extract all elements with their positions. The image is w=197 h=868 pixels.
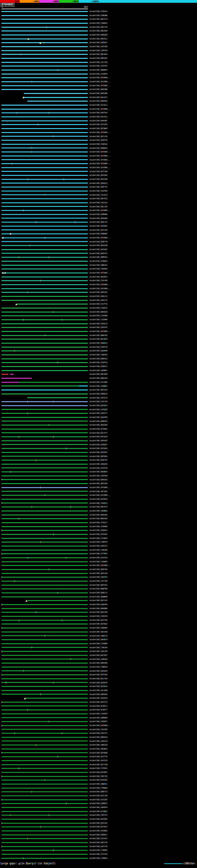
hit-bar-segment[interactable] — [2, 15, 88, 16]
hit-row[interactable]: UniRef100_Q9LI36 — [0, 205, 197, 209]
hit-label[interactable]: UniRef100_B9GVN7 — [90, 56, 107, 60]
hit-row[interactable]: UniRef100_UP1000... — [0, 563, 197, 567]
hit-row[interactable]: UniRef100_C1H9E0 — [0, 642, 197, 646]
hit-label[interactable]: UniRef100_B2WYT9 — [90, 458, 107, 462]
hit-label[interactable]: UniRef100_C5KBY3 — [90, 501, 107, 505]
hit-bar-segment[interactable] — [2, 265, 88, 266]
hit-bar-segment[interactable] — [2, 315, 88, 316]
hit-label[interactable]: UniRef100_C4Q2R6 — [90, 548, 107, 552]
hit-label[interactable]: UniRef100_Q1DH99 — [90, 349, 107, 353]
hit-row[interactable]: UniRef100_UP1000... — [0, 271, 197, 275]
hit-bar-segment[interactable] — [2, 831, 88, 831]
hit-bar-segment[interactable] — [2, 791, 88, 792]
hit-row[interactable]: UniRef100_Q6K3B4 — [0, 91, 197, 95]
hit-row[interactable]: UniRef100_C7Q0D5 — [0, 848, 197, 852]
hit-row[interactable]: UniRef100_C5YJ29 — [0, 60, 197, 64]
hit-bar-segment[interactable] — [2, 38, 88, 39]
hit-row[interactable]: UniRef100_B9HFR6 — [0, 99, 197, 103]
hit-row[interactable]: UniRef100_Q7QK72 — [0, 365, 197, 369]
hit-bar-segment[interactable] — [27, 600, 88, 601]
hit-label[interactable]: UniRef100_B1T911 — [90, 825, 107, 829]
hit-row[interactable]: UniRef100_B8NIR3 — [0, 420, 197, 423]
hit-row[interactable]: UniRef100_C5DW65 — [0, 560, 197, 564]
hit-label[interactable]: UniRef100_B1N3P0 — [90, 602, 107, 607]
hit-row[interactable]: UniRef100_A4S8Y0 — [0, 72, 197, 76]
hit-label[interactable]: UniRef100_B37M51 — [90, 770, 107, 774]
hit-bar-segment[interactable] — [2, 366, 88, 367]
hit-row[interactable]: UniRef100_Q8LPJ4 — [0, 17, 197, 21]
hit-row[interactable]: UniRef100_Q0D1G4 — [0, 376, 197, 380]
hit-bar-segment[interactable] — [2, 768, 88, 769]
hit-bar-segment[interactable] — [2, 596, 88, 597]
hit-bar-segment[interactable] — [2, 42, 88, 43]
hit-label[interactable]: UniRef100_C5FJJ9 — [90, 400, 107, 404]
hit-label[interactable]: UniRef100_C8S1T5 — [90, 813, 107, 817]
hit-bar-segment[interactable] — [2, 819, 88, 820]
hit-row[interactable]: UniRef100_A3FQC8 — [0, 408, 197, 412]
hit-label[interactable]: UniRef100_C0S5J3 — [90, 322, 107, 326]
hit-row[interactable]: UniRef100_A8NC61 — [0, 263, 197, 267]
hit-bar-segment[interactable] — [2, 109, 88, 110]
hit-label[interactable]: UniRef100_A5L5H9 — [90, 688, 107, 692]
hit-row[interactable]: UniRef100_A8PJD1 — [0, 290, 197, 294]
hit-row[interactable]: UniRef100_A9WH12 — [0, 782, 197, 786]
hit-row[interactable]: UniRef100_A7I1V9 — [0, 852, 197, 856]
hit-bar-segment[interactable] — [2, 214, 88, 215]
hit-label[interactable]: UniRef100_B7XQE2 — [90, 809, 107, 813]
hit-row[interactable]: UniRef100_UP1000... — [0, 236, 197, 240]
hit-label[interactable]: UniRef100_Q4N194 — [90, 567, 107, 571]
hit-bar-segment[interactable] — [2, 370, 88, 371]
hit-row[interactable]: UniRef100_C5U7N3 — [0, 727, 197, 732]
hit-label[interactable]: UniRef100_B8LW40 — [90, 372, 107, 376]
hit-bar-segment[interactable] — [2, 171, 88, 172]
hit-label[interactable]: UniRef100_Q9LI36 — [90, 205, 107, 209]
hit-label[interactable]: UniRef100_Q03195 — [90, 482, 107, 486]
hit-row[interactable]: UniRef100_B3L4T7 — [0, 431, 197, 435]
hit-bar-segment[interactable] — [2, 827, 88, 827]
hit-bar-segment[interactable] — [2, 858, 88, 859]
hit-bar-segment[interactable] — [2, 405, 88, 406]
hit-bar-segment[interactable] — [2, 522, 88, 523]
hit-label[interactable]: UniRef100_Q58DJ4 — [90, 392, 107, 396]
hit-row[interactable]: UniRef100_B7XQE2 — [0, 809, 197, 813]
hit-row[interactable]: UniRef100_Q08Y73 — [0, 790, 197, 794]
hit-bar-segment[interactable] — [2, 682, 88, 683]
hit-row[interactable]: UniRef100_B6KST2 — [0, 252, 197, 255]
hit-bar-segment[interactable] — [2, 674, 88, 675]
hit-row[interactable]: UniRef100_B2WYT9 — [0, 458, 197, 462]
hit-row[interactable]: UniRef100_Q69102 — [0, 513, 197, 517]
hit-row[interactable]: UniRef100_Q2FQU0 — [0, 751, 197, 755]
hit-row[interactable]: UniRef100_UP1000... — [0, 486, 197, 490]
hit-row[interactable]: UniRef100_C4JQU2 — [0, 536, 197, 540]
hit-row[interactable]: UniRef100_A6BS36 — [0, 743, 197, 747]
hit-row[interactable]: UniRef100_Q0WWP3 — [0, 68, 197, 72]
hit-bar-segment[interactable] — [2, 795, 88, 796]
hit-row[interactable]: UniRef100_Q6K3B0 — [0, 88, 197, 91]
hit-row[interactable]: UniRef100_Q5R6J2 — [0, 181, 197, 185]
hit-label[interactable]: UniRef100_Q5JD16 — [90, 684, 107, 688]
hit-row[interactable]: UniRef100_B4LEV7 — [0, 95, 197, 99]
hit-row[interactable]: UniRef100_Q3TJU8 — [0, 170, 197, 174]
hit-bar-segment[interactable] — [2, 475, 88, 476]
hit-bar-segment[interactable] — [2, 748, 88, 749]
hit-label[interactable]: UniRef100_Q8F962 — [90, 455, 107, 459]
hit-row[interactable]: UniRef100_Q2R9H1 — [0, 224, 197, 228]
hit-bar-segment[interactable] — [2, 319, 88, 320]
hit-row[interactable]: UniRef100_A8PX92 — [0, 439, 197, 443]
hit-bar-segment[interactable] — [2, 58, 88, 59]
hit-label[interactable]: UniRef100_Q4F4B7 — [90, 248, 107, 252]
hit-row[interactable]: UniRef100_A7QXL9 — [0, 9, 197, 13]
hit-row[interactable]: UniRef100_Q2UZM3 — [0, 415, 197, 420]
hit-row[interactable]: UniRef100_B4NWZ4 — [0, 146, 197, 150]
hit-label[interactable]: UniRef100_C4PYE8 — [90, 279, 107, 283]
hit-row[interactable]: UniRef100_A6RNE9 — [0, 509, 197, 513]
hit-bar-segment[interactable] — [2, 179, 88, 180]
hit-label[interactable]: UniRef100_A3DRF1 — [90, 720, 107, 723]
hit-row[interactable]: UniRef100_A2DCI8 — [0, 649, 197, 653]
hit-row[interactable]: UniRef100_Q4A2R4 — [0, 669, 197, 673]
hit-bar-segment[interactable] — [2, 54, 88, 55]
hit-label[interactable]: UniRef100_B7P5X6 — [90, 673, 107, 677]
hit-label[interactable]: UniRef100_C7M0B4 — [90, 786, 107, 790]
hit-row[interactable]: UniRef100_A5FJY9 — [0, 845, 197, 848]
hit-label[interactable]: UniRef100_A6RNE9 — [90, 509, 107, 513]
